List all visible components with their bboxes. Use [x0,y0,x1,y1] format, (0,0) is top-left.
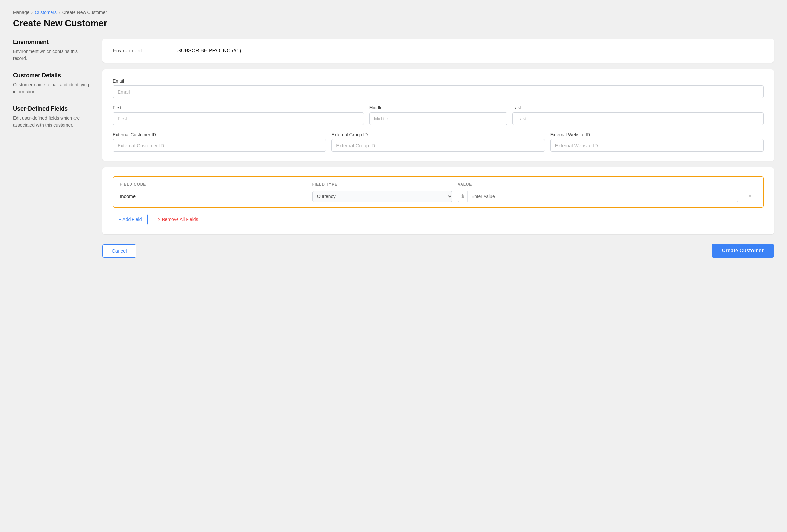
environment-label: Environment [113,48,152,54]
udf-col-field-code: FIELD CODE [120,182,307,187]
ext-website-id-label: External Website ID [550,132,764,137]
ext-customer-id-input[interactable] [113,139,326,152]
udf-field-type-cell: Currency Text Number Boolean [312,191,452,202]
breadcrumb-sep-2: › [59,10,60,15]
customer-details-card: Email First Middle Last [102,69,774,161]
email-label: Email [113,78,764,84]
first-input[interactable] [113,112,364,125]
last-group: Last [512,105,764,125]
breadcrumb-customers-link[interactable]: Customers [35,10,57,15]
udf-col-value: VALUE [458,182,739,187]
udf-col-field-type: FIELD TYPE [312,182,452,187]
cancel-button[interactable]: Cancel [102,244,136,258]
breadcrumb: Manage › Customers › Create New Customer [13,10,774,15]
ext-website-id-group: External Website ID [550,132,764,152]
udf-field-type-select[interactable]: Currency Text Number Boolean [312,191,452,202]
page-title: Create New Customer [13,18,774,28]
sidebar-section-customer-details: Customer Details Customer name, email an… [13,72,91,95]
main-content: Environment SUBSCRIBE PRO INC (#1) Email… [102,39,774,258]
udf-card: FIELD CODE FIELD TYPE VALUE Income Curre… [102,167,774,234]
email-input[interactable] [113,85,764,98]
first-label: First [113,105,364,110]
ext-group-id-input[interactable] [331,139,545,152]
sidebar-udf-desc: Edit user-defined fields which are assoc… [13,115,91,129]
remove-all-fields-button[interactable]: × Remove All Fields [152,214,204,225]
ext-group-id-group: External Group ID [331,132,545,152]
udf-remove-row-button[interactable]: × [748,194,752,199]
first-group: First [113,105,364,125]
udf-remove-row-cell: × [744,194,757,199]
udf-field-code-value: Income [120,194,307,199]
udf-dollar-sign: $ [458,191,467,202]
sidebar-customer-details-desc: Customer name, email and identifying inf… [13,82,91,95]
sidebar-section-udf: User-Defined Fields Edit user-defined fi… [13,106,91,129]
middle-label: Middle [369,105,508,110]
name-row: First Middle Last [113,105,764,125]
add-field-button[interactable]: + Add Field [113,214,148,225]
breadcrumb-current: Create New Customer [62,10,107,15]
udf-actions: + Add Field × Remove All Fields [113,214,764,225]
ext-customer-id-label: External Customer ID [113,132,326,137]
sidebar: Environment Environment which contains t… [13,39,91,139]
breadcrumb-sep-1: › [31,10,33,15]
sidebar-udf-title: User-Defined Fields [13,106,91,112]
udf-col-action [744,182,757,187]
udf-value-wrapper: $ [458,191,739,202]
last-label: Last [512,105,764,110]
udf-table-wrapper: FIELD CODE FIELD TYPE VALUE Income Curre… [113,176,764,208]
middle-group: Middle [369,105,508,125]
sidebar-customer-details-title: Customer Details [13,72,91,79]
udf-table-row: Income Currency Text Number Boolean $ [120,191,757,202]
environment-row: Environment SUBSCRIBE PRO INC (#1) [113,48,764,54]
sidebar-environment-desc: Environment which contains this record. [13,48,91,62]
ext-customer-id-group: External Customer ID [113,132,326,152]
create-customer-button[interactable]: Create Customer [711,244,774,258]
environment-card: Environment SUBSCRIBE PRO INC (#1) [102,39,774,63]
external-ids-row: External Customer ID External Group ID E… [113,132,764,152]
sidebar-section-environment: Environment Environment which contains t… [13,39,91,62]
udf-table-header: FIELD CODE FIELD TYPE VALUE [120,182,757,187]
middle-input[interactable] [369,112,508,125]
main-layout: Environment Environment which contains t… [13,39,774,258]
ext-website-id-input[interactable] [550,139,764,152]
footer-actions: Cancel Create Customer [102,244,774,258]
ext-group-id-label: External Group ID [331,132,545,137]
environment-value: SUBSCRIBE PRO INC (#1) [177,48,241,54]
last-input[interactable] [512,112,764,125]
sidebar-environment-title: Environment [13,39,91,46]
udf-value-input[interactable] [468,191,738,202]
email-group: Email [113,78,764,98]
breadcrumb-manage: Manage [13,10,29,15]
